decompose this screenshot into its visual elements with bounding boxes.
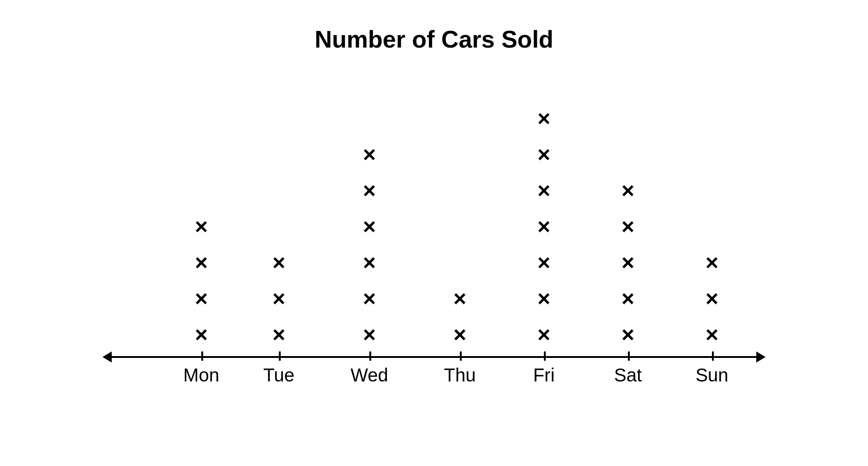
data-point: × — [537, 144, 550, 166]
data-point: × — [705, 288, 718, 310]
axis-tick — [628, 351, 630, 361]
data-point: × — [272, 252, 285, 274]
data-point: × — [272, 324, 285, 346]
data-point: × — [272, 288, 285, 310]
day-label: Tue — [263, 365, 294, 386]
axis-line — [111, 356, 757, 358]
data-point: × — [363, 288, 376, 310]
plot-area: Mon××××Tue×××Wed××××××Thu××Fri×××××××Sat… — [111, 72, 757, 395]
data-point: × — [537, 324, 550, 346]
data-point: × — [705, 252, 718, 274]
axis-tick — [460, 351, 462, 361]
data-point: × — [195, 288, 208, 310]
day-label: Mon — [183, 365, 219, 386]
axis-tick — [279, 351, 281, 361]
data-point: × — [621, 216, 634, 238]
axis-tick — [712, 351, 714, 361]
chart-title: Number of Cars Sold — [314, 25, 553, 53]
data-point: × — [705, 324, 718, 346]
data-point: × — [621, 324, 634, 346]
day-label: Sun — [695, 365, 728, 386]
chart-container: Number of Cars Sold Mon××××Tue×××Wed××××… — [65, 25, 803, 441]
day-label: Sat — [614, 365, 642, 386]
axis-tick — [201, 351, 203, 361]
data-point: × — [621, 288, 634, 310]
data-point: × — [363, 252, 376, 274]
axis-tick — [544, 351, 546, 361]
data-point: × — [537, 180, 550, 202]
data-point: × — [363, 216, 376, 238]
day-label: Fri — [533, 365, 555, 386]
data-point: × — [453, 324, 466, 346]
data-point: × — [195, 324, 208, 346]
data-point: × — [195, 252, 208, 274]
data-point: × — [195, 216, 208, 238]
data-point: × — [363, 324, 376, 346]
data-point: × — [363, 144, 376, 166]
axis-tick — [369, 351, 371, 361]
data-point: × — [453, 288, 466, 310]
data-point: × — [621, 252, 634, 274]
day-label: Thu — [444, 365, 476, 386]
data-point: × — [537, 288, 550, 310]
data-point: × — [537, 216, 550, 238]
data-point: × — [537, 108, 550, 130]
data-point: × — [537, 252, 550, 274]
day-label: Wed — [350, 365, 388, 386]
data-point: × — [363, 180, 376, 202]
data-point: × — [621, 180, 634, 202]
